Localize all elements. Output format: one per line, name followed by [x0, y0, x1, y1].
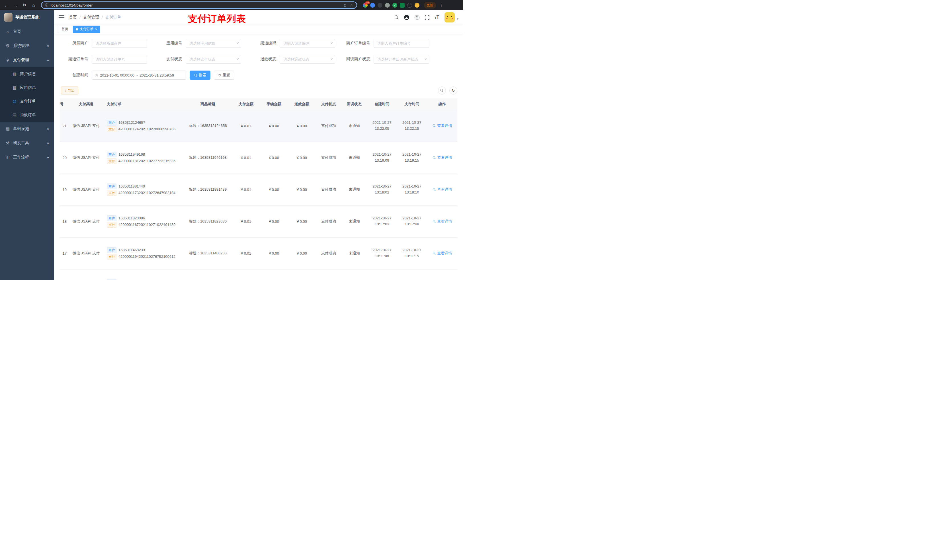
extension-icon-1[interactable]: 10	[363, 3, 368, 8]
goods-title: 标题：1635311949168	[184, 142, 232, 174]
tab-label: 支付订单	[80, 27, 94, 32]
sidebar-item-refund-order[interactable]: ▤ 退款订单	[0, 108, 54, 122]
create-date: 2021-10-27	[367, 247, 397, 253]
site-info-icon[interactable]: ⓘ	[45, 3, 48, 8]
table-row[interactable]: 19 微信 JSAPI 支付 商户1635311881440 支付4200001…	[60, 174, 457, 205]
view-detail-link[interactable]: 查看详情	[432, 155, 452, 160]
view-detail-link[interactable]: 查看详情	[432, 251, 452, 256]
browser-menu-icon[interactable]: ⋮	[439, 3, 443, 8]
col-amount: 支付金额	[232, 98, 260, 110]
sidebar-item-pay-order[interactable]: ◎ 支付订单	[0, 95, 54, 108]
extension-icon-6[interactable]	[400, 3, 405, 8]
merchant-order-no: 1635311468233	[118, 248, 145, 252]
merchant-order-no: 1635311949168	[118, 152, 145, 157]
filter-label-channel-code: 渠道编码	[248, 41, 280, 46]
breadcrumb-home[interactable]: 首页	[69, 15, 77, 20]
extension-icon-4[interactable]	[385, 3, 390, 8]
app-logo[interactable]: 芋道管理系统	[0, 10, 54, 24]
pay-order-no: 4200001173202110272847982104	[118, 191, 176, 195]
col-pay-order: 支付订单	[104, 98, 184, 110]
table-header-row: 编号 支付渠道 支付订单 商品标题 支付金额 手续金额 退款金额 支付状态 回调…	[60, 98, 457, 110]
search-icon	[433, 124, 436, 127]
extension-icon-7[interactable]	[407, 3, 412, 8]
refund-status-select[interactable]	[280, 54, 335, 64]
notify-status-select[interactable]	[374, 54, 429, 64]
col-notify-status: 回调状态	[341, 98, 367, 110]
breadcrumb-payment[interactable]: 支付管理	[83, 15, 99, 20]
sidebar-item-infrastructure[interactable]: ▧ 基础设施 ∨	[0, 122, 54, 136]
sidebar-item-merchant-info[interactable]: ▥ 商户信息	[0, 67, 54, 81]
fullscreen-icon[interactable]	[425, 15, 430, 20]
table-row[interactable]: 21 微信 JSAPI 支付 商户1635312124657 支付4200001…	[60, 110, 457, 142]
export-button[interactable]: ↓ 导出	[61, 86, 78, 95]
merchant-tag: 商户	[107, 184, 117, 189]
sidebar-item-dev-tools[interactable]: ⚒ 研发工具 ∨	[0, 136, 54, 150]
chevron-down-icon: ∨	[424, 57, 427, 60]
merchant-order-no: 1635311823086	[118, 216, 145, 220]
help-icon[interactable]: ?	[415, 15, 419, 20]
pay-channel: 微信 JSAPI 支付	[68, 142, 104, 174]
font-size-icon[interactable]: TT	[435, 15, 439, 20]
extension-icon-5[interactable]: ✓	[392, 3, 397, 8]
sidebar-item-app-info[interactable]: ▦ 应用信息	[0, 81, 54, 95]
pay-date: 2021-10-27	[397, 216, 427, 221]
extension-icon-2[interactable]	[370, 3, 375, 8]
back-icon[interactable]: ←	[3, 2, 10, 9]
create-date: 2021-10-27	[367, 120, 397, 126]
table-row[interactable]: 18 微信 JSAPI 支付 商户1635311823086 支付4200001…	[60, 205, 457, 237]
sidebar-item-payment[interactable]: ¥ 支付管理 ∧	[0, 53, 54, 67]
reload-icon[interactable]: ↻	[21, 2, 28, 9]
table-row[interactable]: 17 微信 JSAPI 支付 商户1635311468233 支付4200001…	[60, 237, 457, 269]
avatar[interactable]	[445, 12, 455, 23]
forward-icon[interactable]: →	[12, 2, 19, 9]
merchant-input[interactable]	[92, 39, 147, 48]
pay-status-select[interactable]	[186, 54, 241, 64]
tab-home[interactable]: 首页	[59, 26, 71, 33]
fee-amount: ¥ 0.00	[260, 205, 288, 237]
app-select[interactable]	[186, 39, 241, 48]
order-id: 20	[60, 142, 68, 174]
table-row[interactable]: 商户1635311157586 支付	[60, 269, 457, 280]
view-detail-link[interactable]: 查看详情	[432, 123, 452, 128]
extension-icon-8[interactable]	[415, 3, 419, 8]
create-time: 13:18:02	[367, 190, 397, 195]
share-icon[interactable]: ↥	[343, 3, 346, 8]
pay-amount: ¥ 0.01	[232, 174, 260, 205]
caret-down-icon[interactable]: ▾	[457, 17, 458, 21]
hamburger-icon[interactable]	[59, 15, 64, 20]
tab-pay-order[interactable]: 支付订单 ×	[73, 26, 100, 33]
breadcrumb-separator: /	[101, 15, 103, 20]
pay-status: 支付成功	[316, 110, 341, 142]
merchant-order-no-input[interactable]	[374, 39, 429, 48]
bookmark-star-icon[interactable]: ☆	[350, 3, 353, 8]
search-button[interactable]: 搜索	[190, 71, 210, 80]
extension-icon-3[interactable]	[378, 3, 383, 8]
channel-code-select[interactable]	[280, 39, 335, 48]
show-search-button[interactable]	[438, 86, 446, 95]
refund-amount: ¥ 0.00	[288, 174, 316, 205]
chevron-down-icon: ∨	[236, 41, 239, 44]
sidebar-item-label: 支付管理	[13, 57, 44, 63]
search-icon[interactable]	[395, 15, 399, 20]
col-id: 编号	[60, 98, 68, 110]
close-icon[interactable]: ×	[95, 27, 97, 31]
pay-tag: 支付	[107, 158, 117, 164]
sidebar-item-system[interactable]: ⚙ 系统管理 ∨	[0, 39, 54, 53]
order-id: 21	[60, 110, 68, 142]
create-time-range-picker[interactable]: ◷ 2021-10-01 00:00:00 - 2021-10-31 23:59…	[92, 71, 186, 80]
table-row[interactable]: 20 微信 JSAPI 支付 商户1635311949168 支付4200001…	[60, 142, 457, 174]
refresh-table-button[interactable]: ↻	[449, 86, 457, 95]
address-bar[interactable]: ⓘ localhost:1024/pay/order ↥ ☆	[41, 2, 357, 9]
view-detail-link[interactable]: 查看详情	[432, 187, 452, 192]
fee-amount: ¥ 0.00	[260, 174, 288, 205]
sidebar-item-home[interactable]: ⌂ 首页	[0, 24, 54, 39]
browser-update-button[interactable]: 更新	[424, 2, 436, 9]
sidebar-item-workflow[interactable]: ◫ 工作流程 ∨	[0, 150, 54, 165]
clock-icon: ◷	[95, 73, 98, 77]
reset-button[interactable]: ↻ 重置	[214, 71, 235, 80]
notify-status: 未通知	[341, 174, 367, 205]
home-icon[interactable]: ⌂	[30, 2, 37, 9]
view-detail-link[interactable]: 查看详情	[432, 219, 452, 224]
github-icon[interactable]	[404, 15, 409, 20]
channel-order-no-input[interactable]	[92, 54, 147, 64]
